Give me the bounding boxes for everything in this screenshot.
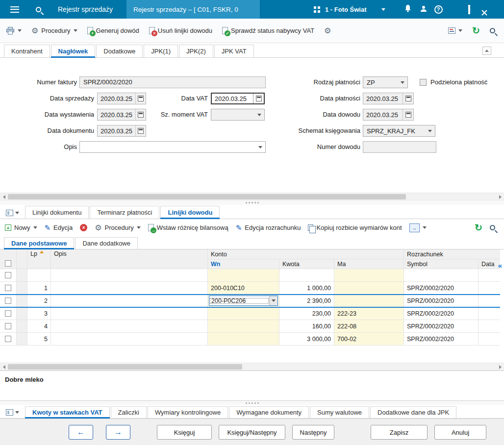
horizontal-splitter[interactable] xyxy=(0,401,504,405)
header-symbol[interactable]: Symbol xyxy=(404,259,479,269)
edycja-rozrachunku-button[interactable]: Edycja rozrachunku xyxy=(236,224,301,232)
company-chevron-down-icon[interactable] xyxy=(381,8,385,11)
calendar-button[interactable] xyxy=(403,109,413,120)
cell-wn[interactable]: 200-010C10 xyxy=(208,282,279,295)
nowy-button[interactable]: Nowy xyxy=(5,224,37,231)
tab-sumy-walutowe[interactable]: Sumy walutowe xyxy=(310,406,369,418)
cell-ma[interactable]: 222-08 xyxy=(334,320,404,333)
search-records-button[interactable] xyxy=(490,28,495,33)
tab-dodatkowe[interactable]: Dodatkowe xyxy=(96,45,143,57)
view-options-button[interactable] xyxy=(448,27,462,34)
sz-moment-vat-select[interactable] xyxy=(211,109,265,121)
sprawdz-status-vat-button[interactable]: Sprawdź status nabywcy VAT xyxy=(222,27,314,34)
cell-kwota[interactable]: 1 000,00 xyxy=(279,282,334,295)
grid-view-selector[interactable] xyxy=(6,210,19,216)
usun-linijki-button[interactable]: Usuń linijki dowodu xyxy=(149,27,212,34)
header-wn[interactable]: Wn xyxy=(208,259,279,269)
grid-horizontal-scrollbar[interactable] xyxy=(0,363,504,371)
collapse-header-button[interactable] xyxy=(482,47,491,55)
cell-wn[interactable] xyxy=(208,333,279,346)
collapse-side-panel-button[interactable] xyxy=(498,261,502,270)
cell-wn[interactable] xyxy=(208,269,279,282)
company-selector-label[interactable]: 1 - Foto Świat xyxy=(325,6,367,13)
help-icon[interactable] xyxy=(434,5,443,14)
podzielona-platnosc-checkbox[interactable] xyxy=(420,79,427,86)
calendar-button[interactable] xyxy=(403,93,413,104)
tab-zaliczki[interactable]: Zaliczki xyxy=(111,406,147,418)
cell-kwota[interactable]: 160,00 xyxy=(279,320,334,333)
row-checkbox[interactable] xyxy=(5,272,11,278)
lines-refresh-button[interactable] xyxy=(475,223,482,232)
tab-wymiary-kontrolingowe[interactable]: Wymiary kontrolingowe xyxy=(148,406,228,418)
tab-jpk-vat[interactable]: JPK VAT xyxy=(214,45,254,57)
cell-wn[interactable] xyxy=(208,307,279,320)
table-row-selected[interactable]: 2 200-P0C206 2 390,00 SPRZ/0002/2020 xyxy=(0,295,500,307)
refresh-button[interactable] xyxy=(472,26,480,35)
cell-kwota[interactable]: 3 000,00 xyxy=(279,333,334,346)
tab-linijki-dowodu[interactable]: Linijki dowodu xyxy=(160,206,220,219)
apps-grid-icon[interactable] xyxy=(314,6,320,13)
header-kwota[interactable]: Kwota xyxy=(279,259,334,269)
grid-filter-row[interactable] xyxy=(0,269,500,282)
row-checkbox[interactable] xyxy=(5,285,11,291)
close-button[interactable] xyxy=(477,5,485,13)
ksieguj-nastepny-button[interactable]: Księguj/Następny xyxy=(219,425,285,440)
tab-linijki-dokumentu[interactable]: Linijki dokumentu xyxy=(25,206,89,219)
cell-ma[interactable]: 222-23 xyxy=(334,307,404,320)
cell-ma[interactable]: 700-02 xyxy=(334,333,404,346)
delete-line-button[interactable] xyxy=(80,224,87,231)
scroll-left-button[interactable] xyxy=(0,193,8,201)
scroll-right-button[interactable] xyxy=(496,363,504,371)
wstaw-roznice-button[interactable]: Wstaw różnicę bilansową xyxy=(148,224,228,231)
tab-kontrahent[interactable]: Kontrahent xyxy=(4,45,50,57)
anuluj-button[interactable]: Anuluj xyxy=(434,425,486,440)
header-lp[interactable]: Lp xyxy=(27,249,51,269)
kopiuj-rozbicie-button[interactable]: Kopiuj rozbicie wymiarów kont xyxy=(308,224,402,231)
header-ma[interactable]: Ma xyxy=(334,259,404,269)
scrollbar-thumb[interactable] xyxy=(8,194,406,199)
opis-select[interactable] xyxy=(79,141,266,153)
generuj-dowod-button[interactable]: Generuj dowód xyxy=(87,27,139,34)
cell-wn[interactable] xyxy=(208,320,279,333)
row-checkbox[interactable] xyxy=(5,323,11,329)
table-row[interactable]: 5 3 000,00 700-02 SPRZ/0002/2020 xyxy=(0,333,500,346)
nastepny-button[interactable]: Następny xyxy=(292,425,334,440)
header-konto-group[interactable]: Konto xyxy=(208,249,404,259)
cell-kwota[interactable]: 2 390,00 xyxy=(279,295,334,307)
calendar-button[interactable] xyxy=(135,109,146,120)
ksieguj-button[interactable]: Księguj xyxy=(157,425,212,440)
scrollbar-thumb[interactable] xyxy=(8,364,242,370)
tab-naglowek[interactable]: Nagłówek xyxy=(51,45,96,57)
procedury-button[interactable]: Procedury xyxy=(31,27,77,35)
cell-wn-editing[interactable]: 200-P0C206 xyxy=(208,295,279,307)
calendar-button[interactable] xyxy=(135,93,146,104)
data-dokumentu-field[interactable]: 2020.03.25 xyxy=(97,125,146,137)
cell-ma[interactable] xyxy=(334,282,404,295)
global-search-button[interactable] xyxy=(28,0,48,19)
lines-search-button[interactable] xyxy=(490,225,495,230)
print-button[interactable] xyxy=(6,27,22,35)
data-platnosci-field[interactable]: 2020.03.25 xyxy=(363,93,414,104)
document-tab[interactable]: Rejestr sprzedaży – [ C01, FSKR, 0 xyxy=(126,0,260,19)
data-wystawienia-field[interactable]: 2020.03.25 xyxy=(97,109,146,121)
row-checkbox[interactable] xyxy=(5,310,11,317)
table-row[interactable]: 3 230,00 222-23 SPRZ/0002/2020 xyxy=(0,307,500,320)
main-menu-button[interactable] xyxy=(4,0,25,19)
data-sprzedazy-field[interactable]: 2020.03.25 xyxy=(97,93,146,104)
data-vat-field[interactable]: 2020.03.25 xyxy=(211,93,265,104)
data-dowodu-field[interactable]: 2020.03.25 xyxy=(363,109,414,121)
calendar-button[interactable] xyxy=(135,125,146,136)
more-actions-button[interactable] xyxy=(409,223,427,232)
tab-dane-podstawowe[interactable]: Dane podstawowe xyxy=(4,237,74,249)
header-rozrachunek-group[interactable]: Rozrachunek xyxy=(404,249,500,259)
tab-dane-dodatkowe[interactable]: Dane dodatkowe xyxy=(75,237,138,249)
minimize-button[interactable] xyxy=(454,5,461,13)
tab-jpk1[interactable]: JPK(1) xyxy=(144,45,178,57)
cell-ma[interactable] xyxy=(334,295,404,307)
form-horizontal-scrollbar[interactable] xyxy=(0,193,504,200)
next-record-button[interactable] xyxy=(106,425,130,440)
edycja-button[interactable]: Edycja xyxy=(45,224,73,232)
horizontal-splitter[interactable] xyxy=(0,200,504,205)
cell-ma[interactable] xyxy=(334,269,404,282)
table-row[interactable]: 1 200-010C10 1 000,00 SPRZ/0002/2020 xyxy=(0,282,500,295)
